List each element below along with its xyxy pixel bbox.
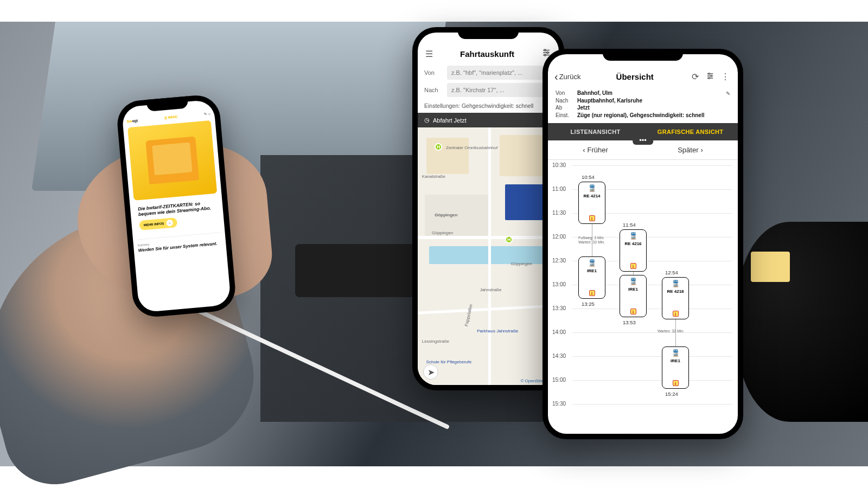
- map-label: Zentraler Omnibusbahnhof: [446, 145, 497, 150]
- trip-note: Warten: 32 Min.: [658, 329, 684, 333]
- trip-time: 13:25: [582, 301, 595, 307]
- time-axis-label: 12:00: [552, 234, 566, 240]
- tab-graphic-view[interactable]: GRAFISCHE ANSICHT: [643, 123, 738, 140]
- info-icon[interactable]: i: [673, 311, 679, 317]
- time-axis-label: 14:30: [552, 353, 566, 359]
- time-axis-label: 15:30: [552, 401, 566, 407]
- info-icon[interactable]: i: [673, 380, 679, 386]
- refresh-icon[interactable]: ⟳: [689, 72, 701, 82]
- time-axis-label: 13:00: [552, 281, 566, 287]
- section-title: Werden Sie für unser System relevant.: [138, 241, 221, 253]
- more-icon[interactable]: ⋮: [719, 72, 731, 82]
- train-icon: 🚆: [672, 349, 680, 357]
- to-label: Nach: [424, 87, 443, 93]
- svg-point-11: [709, 77, 710, 79]
- map-label: Göppingen: [435, 213, 457, 217]
- filter-icon[interactable]: [704, 72, 716, 82]
- train-icon: 🚆: [588, 184, 596, 192]
- map-label: Göppingen: [511, 261, 532, 266]
- trip-card[interactable]: 🚆RE 4214i: [578, 182, 605, 224]
- locate-button[interactable]: ➤: [423, 364, 438, 380]
- map-label: Schule für Pflegeberufe: [426, 359, 472, 364]
- timeline-grid[interactable]: 10:30 11:00 11:30 12:00 12:30 13:00 13:3…: [548, 160, 738, 415]
- time-axis-label: 13:30: [552, 305, 566, 311]
- time-axis-label: 15:00: [552, 377, 566, 383]
- screen-title: Fahrtauskunft: [460, 49, 514, 59]
- svg-point-5: [544, 54, 546, 56]
- train-icon: 🚆: [629, 232, 637, 240]
- brand-logo: bwegt: [127, 118, 138, 123]
- phone-hand: bwegt MENÜ ✎ ⌕ Die bwtarif-ZEITKARTEN: s…: [116, 93, 237, 318]
- tab-list-view[interactable]: LISTENANSICHT: [548, 123, 643, 140]
- trip-card[interactable]: 🚆RE 4218i: [662, 277, 689, 319]
- header-icons[interactable]: ✎ ⌕: [203, 112, 210, 117]
- time-axis-label: 11:30: [552, 210, 566, 216]
- trip-note: Fußweg: 3 Min. Warten: 33 Min.: [578, 236, 605, 245]
- from-input[interactable]: [447, 66, 552, 80]
- edit-icon[interactable]: ✎: [726, 91, 730, 97]
- map-label: Göppingen: [432, 230, 453, 235]
- info-icon[interactable]: i: [589, 215, 595, 221]
- train-icon: 🚆: [672, 280, 680, 287]
- journey-meta: ✎ VonBahnhof, Ulm NachHauptbahnhof, Karl…: [548, 87, 738, 123]
- settings-summary: Einstellungen: Gehgeschwindigkeit: schne…: [418, 99, 559, 113]
- map-label: Jahnstraße: [480, 287, 501, 292]
- screen-title: Übersicht: [584, 72, 686, 81]
- map-label: Lessingstraße: [422, 339, 449, 344]
- trip-time: 11:54: [623, 222, 636, 228]
- clock-icon: ◷: [424, 117, 430, 124]
- back-button[interactable]: Zurück: [554, 70, 580, 83]
- time-axis-label: 12:30: [552, 258, 566, 264]
- trip-time: 15:24: [665, 391, 678, 397]
- more-info-button[interactable]: MEHR INFOS: [139, 217, 177, 230]
- to-input[interactable]: [447, 83, 552, 97]
- bus-stop-icon[interactable]: H: [505, 236, 513, 243]
- hamburger-icon[interactable]: ☰: [425, 49, 433, 59]
- from-label: Von: [424, 69, 443, 76]
- hero-title: Die bwtarif-ZEITKARTEN: so bequem wie de…: [138, 200, 215, 217]
- hero-image: [127, 120, 217, 201]
- time-axis-label: 14:00: [552, 329, 566, 335]
- later-button[interactable]: Später›: [643, 140, 738, 159]
- trip-time: 10:54: [582, 174, 595, 180]
- trip-time: 13:53: [623, 319, 636, 325]
- train-icon: 🚆: [588, 259, 596, 267]
- info-icon[interactable]: i: [630, 263, 636, 269]
- map-label: Kanalstraße: [422, 174, 445, 179]
- expand-dots[interactable]: •••: [633, 136, 653, 145]
- section-label: Karriere: [138, 242, 150, 247]
- svg-point-4: [547, 52, 548, 54]
- earlier-button[interactable]: ‹Früher: [548, 140, 643, 159]
- svg-point-9: [709, 73, 710, 74]
- trip-card[interactable]: 🚆IRE1i: [620, 275, 647, 317]
- map-view[interactable]: H H Zentraler Omnibusbahnhof Kanalstraße…: [418, 127, 559, 385]
- svg-point-3: [544, 49, 546, 51]
- bus-stop-icon[interactable]: H: [435, 143, 442, 151]
- time-axis-label: 11:00: [552, 186, 566, 192]
- trip-card[interactable]: 🚆RE 4216i: [620, 229, 647, 272]
- menu-button[interactable]: MENÜ: [164, 115, 177, 120]
- trip-time: 12:54: [665, 269, 678, 275]
- svg-point-10: [711, 75, 712, 76]
- phone-journey-search: ☰ Fahrtauskunft Von Nach Einstellungen: …: [412, 27, 564, 390]
- train-icon: 🚆: [629, 278, 637, 285]
- info-icon[interactable]: i: [589, 290, 595, 296]
- time-axis-label: 10:30: [552, 162, 566, 168]
- trip-card[interactable]: 🚆IRE1i: [578, 256, 605, 299]
- info-icon[interactable]: i: [630, 309, 636, 314]
- map-label: Parkhaus Jahnstraße: [477, 329, 518, 333]
- trip-card[interactable]: 🚆IRE1i: [662, 346, 689, 389]
- phone-overview: Zurück Übersicht ⟳ ⋮ ✎ VonBahnhof, Ulm N…: [542, 49, 743, 439]
- map-label: Pappelallee: [464, 304, 473, 327]
- departure-bar[interactable]: ◷ Abfahrt Jetzt: [418, 113, 559, 127]
